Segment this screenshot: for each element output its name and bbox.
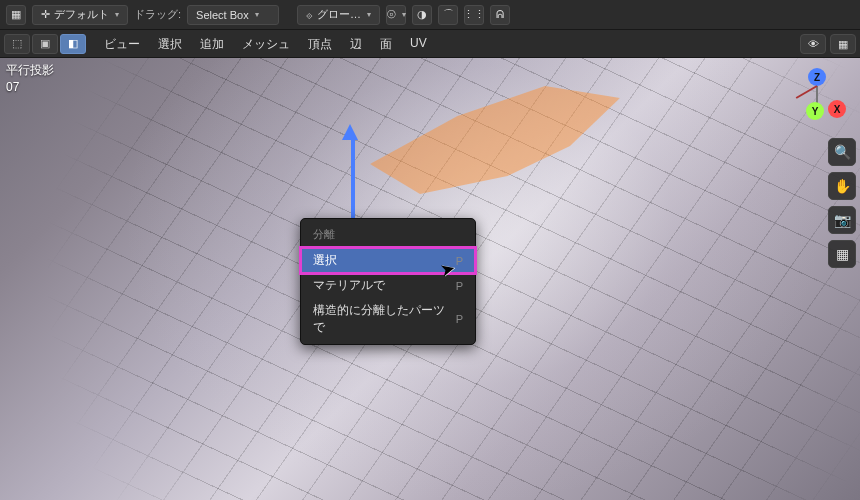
zoom-icon[interactable]: 🔍 (828, 138, 856, 166)
cursor-icon: ✛ (41, 8, 50, 21)
orientation-label: デフォルト (54, 7, 109, 22)
camera-view-icon[interactable]: 📷 (828, 206, 856, 234)
menu-item-label: マテリアルで (313, 277, 385, 294)
drag-label: ドラッグ: (134, 7, 181, 22)
menu-item-by-loose-parts[interactable]: 構造的に分離したパーツで P (301, 298, 475, 340)
person-icon[interactable]: ᕱ (490, 5, 510, 25)
select-face-mode[interactable]: ◧ (60, 34, 86, 54)
menu-vertex[interactable]: 頂点 (300, 34, 340, 54)
arrow-head-icon (342, 124, 358, 140)
pivot-icon: ⟐ (306, 9, 313, 21)
header-bar: ▦ ✛ デフォルト ドラッグ: Select Box ⟐ グロー… ⦾ ◑ ⌒ … (0, 0, 860, 30)
curve-icon[interactable]: ⌒ (438, 5, 458, 25)
snap-dropdown[interactable]: ⦾ (386, 5, 406, 25)
perspective-toggle-icon[interactable]: ▦ (828, 240, 856, 268)
menu-uv[interactable]: UV (402, 34, 435, 54)
context-menu-title: 分離 (301, 223, 475, 248)
drag-mode-value: Select Box (196, 9, 249, 21)
menu-item-shortcut: P (456, 255, 463, 267)
menu-item-shortcut: P (456, 313, 463, 325)
pan-hand-icon[interactable]: ✋ (828, 172, 856, 200)
editor-type-icon[interactable]: ▦ (6, 5, 26, 25)
header-right-icons: 👁 ▦ (800, 34, 856, 54)
transform-pivot-dropdown[interactable]: ⟐ グロー… (297, 5, 380, 25)
options-icon[interactable]: ⋮⋮ (464, 5, 484, 25)
viewport-side-tools: 🔍 ✋ 📷 ▦ (828, 62, 856, 268)
gizmo-z-axis[interactable]: Z (808, 68, 826, 86)
arrow-shaft (351, 140, 355, 218)
separate-context-menu: 分離 選択 P マテリアルで P 構造的に分離したパーツで P (300, 218, 476, 345)
overlays-toggle-icon[interactable]: ▦ (830, 34, 856, 54)
menu-edge[interactable]: 辺 (342, 34, 370, 54)
visibility-eye-icon[interactable]: 👁 (800, 34, 826, 54)
meters-label: 07 (6, 79, 54, 96)
select-edge-mode[interactable]: ▣ (32, 34, 58, 54)
menu-face[interactable]: 面 (372, 34, 400, 54)
menu-item-label: 選択 (313, 252, 337, 269)
orientation-dropdown[interactable]: ✛ デフォルト (32, 5, 128, 25)
drag-mode-dropdown[interactable]: Select Box (187, 5, 279, 25)
move-gizmo-z-arrow[interactable] (348, 124, 358, 218)
projection-label: 平行投影 (6, 62, 54, 79)
menu-view[interactable]: ビュー (96, 34, 148, 54)
viewport-overlay-info: 平行投影 07 (6, 62, 54, 96)
gizmo-y-axis[interactable]: Y (806, 102, 824, 120)
menu-item-shortcut: P (456, 280, 463, 292)
mode-toolbar: ⬚ ▣ ◧ ビュー 選択 追加 メッシュ 頂点 辺 面 UV (0, 30, 860, 58)
menu-item-label: 構造的に分離したパーツで (313, 302, 456, 336)
menu-mesh[interactable]: メッシュ (234, 34, 298, 54)
select-vertex-mode[interactable]: ⬚ (4, 34, 30, 54)
menu-add[interactable]: 追加 (192, 34, 232, 54)
proportional-edit-toggle[interactable]: ◑ (412, 5, 432, 25)
transform-label: グロー… (317, 7, 361, 22)
menu-select[interactable]: 選択 (150, 34, 190, 54)
